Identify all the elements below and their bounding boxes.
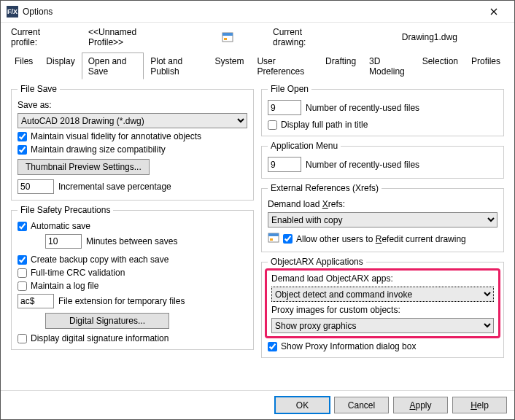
svg-rect-4 [268,233,279,236]
incremental-save-input[interactable] [18,179,54,194]
group-application-menu: Application Menu Number of recently-used… [261,141,504,179]
display-sig-label: Display digital signature information [31,333,169,343]
legend-file-open: File Open [268,84,311,94]
svg-rect-1 [222,33,233,36]
maintain-compat-label: Maintain drawing size compatibility [31,144,166,155]
window-title: Options [23,7,479,17]
legend-objectarx: ObjectARX Applications [268,257,366,267]
save-as-label: Save as: [18,100,52,110]
minutes-label: Minutes between saves [86,236,177,246]
display-sig-checkbox[interactable] [18,334,27,343]
help-button[interactable]: Help [452,397,507,413]
appmenu-recent-label: Number of recently-used files [306,160,419,170]
tab-files[interactable]: Files [8,52,39,79]
highlight-box: Demand load ObjectARX apps: Object detec… [265,268,500,338]
xrefs-demand-label: Demand load Xrefs: [268,199,345,209]
arx-demand-label: Demand load ObjectARX apps: [271,273,393,284]
legend-file-safety: File Safety Precautions [18,205,113,215]
logfile-checkbox[interactable] [18,281,27,291]
appmenu-recent-input[interactable] [268,157,301,172]
crc-label: Full-time CRC validation [31,268,125,278]
xrefs-demand-select[interactable]: Enabled with copy [268,212,497,228]
group-xrefs: External References (Xrefs) Demand load … [261,183,504,252]
thumbnail-preview-button[interactable]: Thumbnail Preview Settings... [18,159,150,175]
maintain-visual-label: Maintain visual fidelity for annotative … [31,131,201,141]
proxy-images-select[interactable]: Show proxy graphics [271,318,494,333]
allow-refedit-checkbox[interactable] [283,234,293,244]
svg-rect-2 [224,38,227,40]
maintain-compat-checkbox[interactable] [18,145,27,155]
xref-icon [268,232,279,246]
group-objectarx: ObjectARX Applications Demand load Objec… [261,257,504,358]
drawing-value: Drawing1.dwg [402,32,457,42]
group-file-save: File Save Save as: AutoCAD 2018 Drawing … [11,84,254,201]
ok-button[interactable]: OK [275,397,330,413]
proxy-images-label: Proxy images for custom objects: [271,305,400,315]
drawing-icon [222,31,236,43]
apply-button[interactable]: Apply [393,397,448,413]
auto-save-checkbox[interactable] [18,222,27,231]
save-as-select[interactable]: AutoCAD 2018 Drawing (*.dwg) [18,113,247,128]
incremental-save-label: Incremental save percentage [58,182,171,192]
minutes-input[interactable] [45,234,82,249]
recent-files-input[interactable] [268,100,301,115]
tab-open-and-save[interactable]: Open and Save [82,52,144,79]
backup-label: Create backup copy with each save [31,254,169,265]
crc-checkbox[interactable] [18,268,27,278]
profile-value: <<Unnamed Profile>> [88,27,149,47]
cancel-button[interactable]: Cancel [334,397,389,413]
tab-user-preferences[interactable]: User Preferences [250,52,319,79]
backup-checkbox[interactable] [18,255,27,265]
legend-application-menu: Application Menu [268,141,341,151]
temp-ext-label: File extension for temporary files [58,296,185,306]
tab-display[interactable]: Display [39,52,81,79]
profile-label: Current profile: [11,27,52,47]
close-button[interactable] [479,1,508,22]
legend-xrefs: External References (Xrefs) [268,183,382,193]
arx-demand-select[interactable]: Object detect and command invoke [271,287,494,302]
logfile-label: Maintain a log file [31,281,98,291]
svg-rect-5 [270,238,273,241]
app-icon: F/X [7,6,18,18]
tab-drafting[interactable]: Drafting [319,52,363,79]
tab-plot-publish[interactable]: Plot and Publish [144,52,208,79]
full-path-label: Display full path in title [281,120,368,130]
tab-selection[interactable]: Selection [416,52,465,79]
group-file-safety: File Safety Precautions Automatic save M… [11,205,254,350]
tabstrip: Files Display Open and Save Plot and Pub… [8,52,507,79]
group-file-open: File Open Number of recently-used files … [261,84,504,136]
recent-files-label: Number of recently-used files [306,103,419,113]
allow-refedit-label: Allow other users to Refedit current dra… [296,234,466,244]
tab-profiles[interactable]: Profiles [465,52,507,79]
tab-3d-modeling[interactable]: 3D Modeling [363,52,416,79]
auto-save-label: Automatic save [31,221,90,231]
digital-signatures-button[interactable]: Digital Signatures... [45,313,169,329]
legend-file-save: File Save [18,84,60,94]
tab-system[interactable]: System [208,52,250,79]
temp-ext-input[interactable] [18,294,54,308]
drawing-label: Current drawing: [273,27,319,47]
full-path-checkbox[interactable] [268,120,277,130]
maintain-visual-checkbox[interactable] [18,132,27,141]
show-proxy-dlg-label: Show Proxy Information dialog box [281,341,416,351]
show-proxy-dlg-checkbox[interactable] [268,342,277,351]
